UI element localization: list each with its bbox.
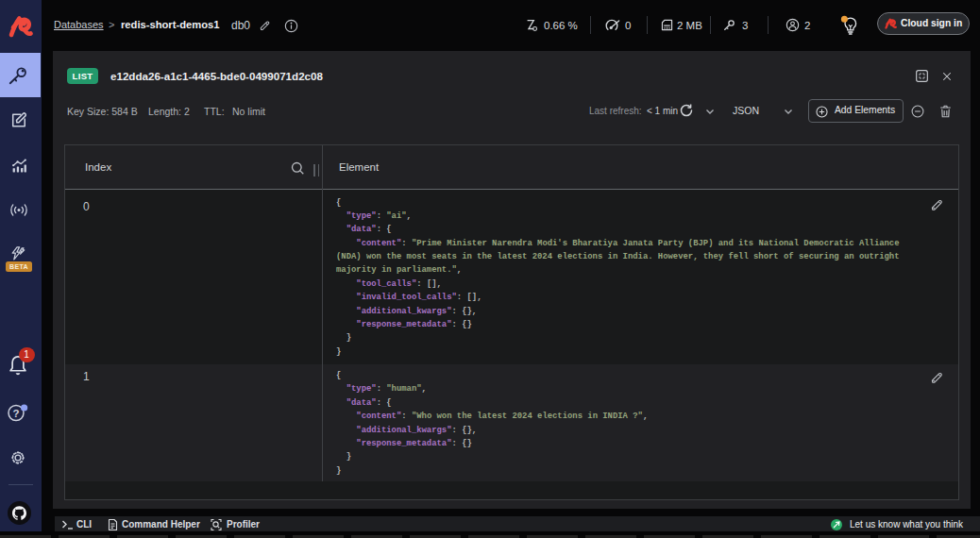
svg-text:?: ?: [12, 408, 19, 419]
